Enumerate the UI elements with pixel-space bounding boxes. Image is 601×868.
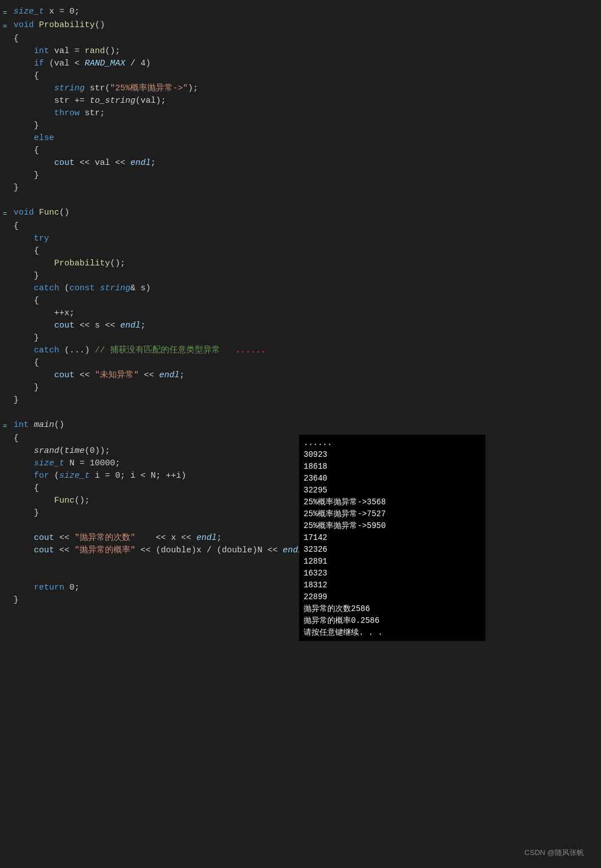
- line-content: }: [10, 332, 39, 344]
- terminal-line: 抛异常的次数2586: [304, 603, 481, 615]
- line-content: size_t N = 10000;: [10, 457, 120, 470]
- terminal-line: 32326: [304, 544, 481, 556]
- line-gutter: [0, 394, 10, 395]
- line-gutter: [0, 582, 10, 583]
- line-gutter: [0, 332, 10, 333]
- line-gutter: [0, 382, 10, 383]
- terminal-line: 25%概率抛异常->7527: [304, 508, 481, 520]
- line-gutter: [0, 107, 10, 108]
- code-line: {: [0, 145, 601, 157]
- terminal-line: 请按任意键继续. . .: [304, 627, 481, 639]
- line-content: {: [10, 245, 39, 258]
- line-content: }: [10, 394, 19, 407]
- line-gutter: [0, 58, 10, 59]
- line-gutter: [0, 33, 10, 34]
- line-gutter: [0, 532, 10, 533]
- code-line: =size_t x = 0;: [0, 6, 601, 19]
- line-content: cout << val << endl;: [10, 157, 156, 169]
- code-line: }: [0, 270, 601, 282]
- line-content: try: [10, 233, 49, 245]
- code-line: try: [0, 233, 601, 245]
- line-content: {: [10, 295, 39, 307]
- line-gutter: =: [0, 6, 10, 19]
- line-gutter: [0, 470, 10, 471]
- code-line: [0, 407, 601, 419]
- line-gutter: [0, 457, 10, 459]
- code-line: {: [0, 220, 601, 233]
- line-gutter: [0, 433, 10, 434]
- line-content: catch (...) // 捕获没有匹配的任意类型异常 ......: [10, 344, 266, 357]
- line-gutter: [0, 282, 10, 283]
- code-line: {: [0, 357, 601, 369]
- code-line: }: [0, 182, 601, 194]
- line-gutter: [0, 482, 10, 483]
- line-content: throw str;: [10, 107, 105, 120]
- line-content: void Func(): [10, 207, 69, 219]
- line-gutter: [0, 157, 10, 158]
- terminal-line: 25%概率抛异常->5950: [304, 520, 481, 532]
- line-content: else: [10, 132, 54, 145]
- terminal-line: 22899: [304, 591, 481, 603]
- line-gutter: [0, 182, 10, 183]
- code-line: Probability();: [0, 258, 601, 270]
- code-line: =void Func(): [0, 207, 601, 220]
- line-gutter: [0, 145, 10, 146]
- terminal-line: 17142: [304, 532, 481, 544]
- line-content: for (size_t i = 0; i < N; ++i): [10, 470, 186, 482]
- line-content: Func();: [10, 495, 90, 507]
- line-content: string str("25%概率抛异常->");: [10, 82, 198, 95]
- line-gutter: [0, 320, 10, 321]
- terminal-line: 32295: [304, 485, 481, 496]
- line-content: srand(time(0));: [10, 445, 110, 457]
- code-line: }: [0, 382, 601, 394]
- line-content: ++x;: [10, 307, 74, 320]
- line-content: {: [10, 33, 19, 45]
- line-content: {: [10, 220, 19, 233]
- line-gutter: [0, 132, 10, 133]
- line-content: int val = rand();: [10, 45, 120, 58]
- line-gutter: [0, 169, 10, 171]
- code-line: }: [0, 169, 601, 182]
- code-line: string str("25%概率抛异常->");: [0, 82, 601, 95]
- line-content: if (val < RAND_MAX / 4): [10, 58, 151, 70]
- code-line: [0, 194, 601, 207]
- line-gutter: [0, 507, 10, 508]
- line-gutter: [0, 357, 10, 358]
- line-content: {: [10, 70, 39, 82]
- line-gutter: [0, 557, 10, 558]
- line-gutter: [0, 369, 10, 370]
- line-gutter: [0, 82, 10, 84]
- line-content: cout << "未知异常" << endl;: [10, 369, 185, 382]
- watermark: CSDN @随风张帆: [524, 848, 584, 858]
- code-line: else: [0, 132, 601, 145]
- line-gutter: =: [0, 207, 10, 220]
- line-content: str += to_string(val);: [10, 95, 166, 107]
- line-gutter: [0, 120, 10, 121]
- terminal-line: 30923: [304, 449, 481, 461]
- line-content: {: [10, 433, 19, 445]
- line-gutter: [0, 233, 10, 234]
- line-content: cout << "抛异常的次数" << x << endl;: [10, 532, 222, 544]
- line-content: cout << "抛异常的概率" << (double)x / (double)…: [10, 544, 308, 557]
- terminal-line: 18312: [304, 579, 481, 591]
- line-gutter: [0, 307, 10, 308]
- code-line: int val = rand();: [0, 45, 601, 58]
- terminal-line: 16323: [304, 568, 481, 579]
- line-content: {: [10, 145, 39, 157]
- line-gutter: [0, 258, 10, 259]
- line-content: }: [10, 270, 39, 282]
- line-content: catch (const string& s): [10, 282, 151, 295]
- line-gutter: [0, 45, 10, 46]
- line-gutter: [0, 594, 10, 595]
- line-gutter: [0, 95, 10, 96]
- terminal-line: 18618: [304, 461, 481, 473]
- line-content: }: [10, 507, 39, 520]
- code-line: str += to_string(val);: [0, 95, 601, 107]
- terminal-line: ......: [304, 437, 481, 449]
- code-line: throw str;: [0, 107, 601, 120]
- terminal-line: 抛异常的概率0.2586: [304, 615, 481, 627]
- line-gutter: [0, 495, 10, 496]
- line-content: {: [10, 482, 39, 495]
- line-content: size_t x = 0;: [10, 6, 80, 18]
- line-gutter: [0, 544, 10, 546]
